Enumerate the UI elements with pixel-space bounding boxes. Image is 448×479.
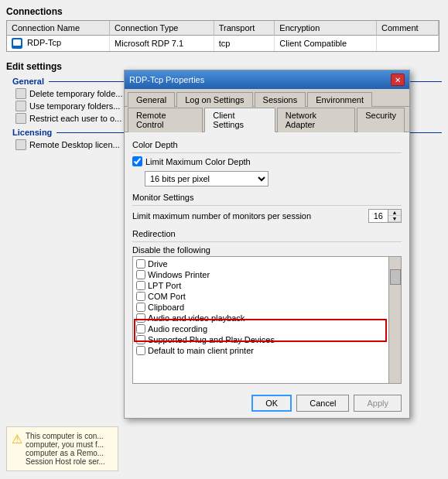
disable-following-title: Disable the following	[132, 245, 402, 255]
monitor-value: 16	[369, 210, 388, 222]
color-depth-dropdown[interactable]: 8 bits per pixel 15 bits per pixel 16 bi…	[145, 171, 268, 186]
dialog-titlebar: RDP-Tcp Properties ✕	[125, 70, 409, 89]
rdp-icon	[12, 38, 22, 49]
label-windows-printer: Windows Printer	[148, 270, 210, 279]
redirection-separator	[132, 241, 402, 242]
monitor-down-button[interactable]: ▼	[388, 216, 401, 222]
cell-connection-type: Microsoft RDP 7.1	[110, 36, 214, 52]
color-depth-dropdown-row: 8 bits per pixel 15 bits per pixel 16 bi…	[132, 171, 402, 186]
disable-item-lpt-port: LPT Port	[135, 280, 399, 291]
settings-icon-1	[15, 88, 26, 99]
disable-item-plug-play: Supported Plug and Play Devices	[135, 334, 399, 345]
col-comment: Comment	[376, 21, 438, 36]
color-depth-checkbox-row: Limit Maximum Color Depth	[132, 156, 402, 166]
checkbox-audio-video[interactable]	[136, 313, 145, 323]
disable-item-windows-printer: Windows Printer	[135, 269, 399, 280]
monitor-settings-row: Limit maximum number of monitors per ses…	[132, 209, 402, 223]
scrollbar-thumb	[390, 269, 401, 285]
label-audio-recording: Audio recording	[148, 324, 207, 334]
col-connection-name: Connection Name	[7, 21, 110, 36]
limit-color-depth-label: Limit Maximum Color Depth	[145, 157, 251, 166]
label-lpt-port: LPT Port	[148, 281, 181, 290]
tab-network-adapter[interactable]: Network Adapter	[277, 108, 356, 132]
dialog-content: Color Depth Limit Maximum Color Depth 8 …	[125, 132, 409, 390]
disable-item-drive: Drive	[135, 258, 399, 269]
checkbox-plug-play[interactable]	[136, 335, 145, 344]
tab-general[interactable]: General	[128, 92, 175, 107]
disable-item-clipboard: Clipboard	[135, 302, 399, 313]
tabs-row-2: Remote Control Client Settings Network A…	[125, 107, 409, 132]
cell-transport: tcp	[214, 36, 275, 52]
tab-sessions[interactable]: Sessions	[255, 92, 306, 107]
col-connection-type: Connection Type	[110, 21, 214, 36]
connections-table: Connection Name Connection Type Transpor…	[6, 20, 439, 52]
disable-item-com-port: COM Port	[135, 291, 399, 302]
dialog-close-button[interactable]: ✕	[391, 74, 405, 86]
monitor-separator	[132, 205, 402, 206]
checkbox-audio-recording[interactable]	[136, 324, 145, 334]
tab-client-settings[interactable]: Client Settings	[204, 108, 275, 132]
checkbox-windows-printer[interactable]	[136, 270, 145, 279]
disable-item-default-printer: Default to main client printer	[135, 345, 399, 356]
settings-icon-3	[15, 113, 26, 124]
checkbox-drive[interactable]	[136, 259, 145, 269]
settings-icon-2	[15, 101, 26, 111]
tabs-row-1: General Log on Settings Sessions Environ…	[125, 89, 409, 107]
warning-text: This computer is con... computer, you mu…	[26, 432, 113, 466]
settings-icon-licensing	[15, 139, 26, 150]
disable-item-audio-recording: Audio recording	[135, 323, 399, 334]
disable-item-audio-video: Audio and video playback	[135, 313, 399, 323]
monitor-spinner[interactable]: 16 ▲ ▼	[368, 209, 402, 223]
cell-connection-name: RDP-Tcp	[7, 36, 110, 52]
dialog-title: RDP-Tcp Properties	[129, 75, 204, 84]
label-com-port: COM Port	[148, 292, 186, 301]
cell-encryption: Client Compatible	[275, 36, 377, 52]
monitor-arrows: ▲ ▼	[388, 210, 401, 222]
list-scrollbar[interactable]	[388, 257, 401, 383]
connections-title: Connections	[6, 6, 63, 17]
warning-icon: ⚠	[12, 432, 22, 466]
main-panel: Connections Connection Name Connection T…	[0, 0, 448, 479]
label-clipboard: Clipboard	[148, 303, 184, 312]
checkbox-lpt-port[interactable]	[136, 281, 145, 290]
checkbox-clipboard[interactable]	[136, 303, 145, 312]
label-audio-video: Audio and video playback	[148, 313, 245, 323]
tab-logon-settings[interactable]: Log on Settings	[176, 92, 252, 107]
label-default-printer: Default to main client printer	[148, 346, 254, 355]
color-depth-separator	[132, 152, 402, 153]
warning-box: ⚠ This computer is con... computer, you …	[6, 426, 118, 471]
cancel-button[interactable]: Cancel	[296, 395, 349, 412]
ok-button[interactable]: OK	[251, 395, 292, 412]
tab-environment[interactable]: Environment	[307, 92, 372, 107]
tab-remote-control[interactable]: Remote Control	[128, 108, 203, 132]
label-plug-play: Supported Plug and Play Devices	[148, 335, 275, 344]
checkbox-com-port[interactable]	[136, 292, 145, 301]
dialog-buttons: OK Cancel Apply	[125, 390, 409, 418]
col-encryption: Encryption	[275, 21, 377, 36]
disable-list: Drive Windows Printer LPT Port COM Port …	[132, 256, 402, 384]
redirection-title: Redirection	[132, 229, 402, 238]
monitor-up-button[interactable]: ▲	[388, 210, 401, 216]
table-row[interactable]: RDP-Tcp Microsoft RDP 7.1 tcp Client Com…	[7, 36, 439, 52]
tab-security[interactable]: Security	[357, 108, 405, 132]
cell-comment	[376, 36, 438, 52]
color-depth-title: Color Depth	[132, 140, 402, 149]
monitor-settings-title: Monitor Settings	[132, 193, 402, 202]
apply-button[interactable]: Apply	[354, 395, 402, 412]
label-drive: Drive	[148, 259, 168, 269]
limit-color-depth-checkbox[interactable]	[132, 156, 142, 166]
checkbox-default-printer[interactable]	[136, 346, 145, 355]
connections-header: Connections	[0, 0, 448, 20]
monitor-limit-label: Limit maximum number of monitors per ses…	[132, 211, 364, 221]
col-transport: Transport	[214, 21, 275, 36]
rdp-properties-dialog: RDP-Tcp Properties ✕ General Log on Sett…	[124, 70, 410, 419]
